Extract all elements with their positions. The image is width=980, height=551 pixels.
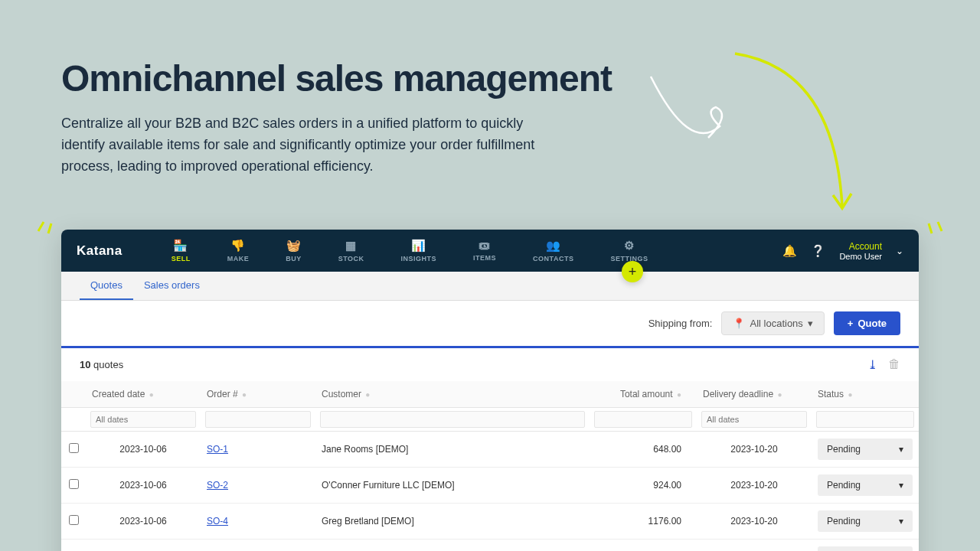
row-count: 10 quotes [80, 359, 123, 370]
shipping-label: Shipping from: [648, 318, 713, 329]
nav-make[interactable]: 👎MAKE [209, 233, 268, 269]
help-icon: ● [677, 390, 681, 399]
filter-order[interactable] [205, 411, 311, 428]
quote-button[interactable]: + Quote [834, 311, 900, 335]
stock-icon: ▦ [345, 239, 357, 253]
caret-down-icon: ▾ [899, 444, 903, 455]
plus-icon: + [848, 318, 854, 329]
col-order[interactable]: Order # ● [201, 381, 315, 408]
top-nav: Katana 🏪SELL👎MAKE🧺BUY▦STOCK📊INSIGHTS🎟ITE… [61, 230, 919, 272]
nav-contacts[interactable]: 👥CONTACTS [514, 233, 592, 269]
col-status[interactable]: Status ● [812, 381, 919, 408]
contacts-icon: 👥 [546, 239, 561, 253]
filter-deadline[interactable] [701, 411, 807, 428]
cell-amount: 924.00 [590, 468, 697, 504]
row-checkbox[interactable] [69, 515, 79, 525]
nav-label: MAKE [227, 255, 250, 262]
col-deadline[interactable]: Delivery deadline ● [697, 381, 812, 408]
account-label: Account [839, 241, 882, 252]
col-customer[interactable]: Customer ● [315, 381, 590, 408]
add-button[interactable]: + [622, 261, 643, 282]
nav-label: STOCK [338, 255, 364, 262]
location-selector[interactable]: 📍 All locations ▾ [721, 311, 824, 335]
order-link[interactable]: SO-1 [207, 444, 228, 455]
buy-icon: 🧺 [286, 239, 302, 253]
cell-date: 2023-10-06 [86, 432, 201, 468]
accent-right [923, 214, 946, 237]
help-icon: ● [242, 390, 247, 399]
insights-icon: 📊 [411, 239, 426, 253]
toolbar: Shipping from: 📍 All locations ▾ + Quote [61, 301, 919, 346]
col-created-date[interactable]: Created date ● [86, 381, 201, 408]
nav-items[interactable]: 🎟ITEMS [455, 233, 514, 269]
table-row: 2023-10-06SO-1Jane Rooms [DEMO]648.00202… [61, 432, 919, 468]
order-link[interactable]: SO-4 [207, 516, 228, 527]
table-row: 2023-10-06SO-5Trey Dominick [DEMO]136.80… [61, 540, 919, 552]
help-icon: ● [365, 390, 370, 399]
cell-date: 2023-10-06 [86, 504, 201, 540]
hero-title: Omnichannel sales management [61, 57, 919, 99]
row-checkbox[interactable] [69, 443, 79, 453]
col-total[interactable]: Total amount ● [590, 381, 697, 408]
status-select[interactable]: Pending▾ [818, 546, 913, 551]
cell-deadline: 2023-10-20 [697, 540, 812, 552]
cell-customer: Trey Dominick [DEMO] [315, 540, 590, 552]
download-icon[interactable]: ⤓ [867, 357, 877, 372]
cell-deadline: 2023-10-20 [697, 468, 812, 504]
trash-icon[interactable]: 🗑 [888, 357, 900, 372]
nav-label: SELL [172, 255, 191, 262]
app-window: Katana 🏪SELL👎MAKE🧺BUY▦STOCK📊INSIGHTS🎟ITE… [61, 230, 919, 551]
status-select[interactable]: Pending▾ [818, 439, 913, 460]
help-icon[interactable]: ❔ [811, 244, 825, 258]
nav-stock[interactable]: ▦STOCK [320, 233, 383, 269]
filter-status[interactable] [816, 411, 914, 428]
help-icon: ● [848, 390, 852, 399]
tab-quotes[interactable]: Quotes [80, 272, 133, 300]
make-icon: 👎 [230, 239, 246, 253]
filter-customer[interactable] [320, 411, 585, 428]
row-checkbox[interactable] [69, 479, 79, 489]
cell-amount: 648.00 [590, 432, 697, 468]
settings-icon: ⚙ [624, 239, 635, 253]
nav-label: BUY [286, 255, 302, 262]
nav-buy[interactable]: 🧺BUY [267, 233, 320, 269]
status-select[interactable]: Pending▾ [818, 474, 913, 496]
quotes-table: Created date ● Order # ● Customer ● Tota… [61, 381, 919, 551]
pin-icon: 📍 [733, 318, 745, 329]
cell-amount: 1176.00 [590, 504, 697, 540]
cell-deadline: 2023-10-20 [697, 432, 812, 468]
nav-label: INSIGHTS [401, 255, 437, 262]
status-select[interactable]: Pending▾ [818, 510, 913, 532]
nav-insights[interactable]: 📊INSIGHTS [383, 233, 456, 269]
table-row: 2023-10-06SO-4Greg Bretland [DEMO]1176.0… [61, 504, 919, 540]
cell-customer: Greg Bretland [DEMO] [315, 504, 590, 540]
nav-sell[interactable]: 🏪SELL [153, 233, 209, 269]
bell-icon[interactable]: 🔔 [782, 244, 797, 258]
cell-date: 2023-10-06 [86, 468, 201, 504]
help-icon: ● [777, 390, 782, 399]
tabs: QuotesSales orders [61, 272, 919, 301]
cell-deadline: 2023-10-20 [697, 504, 812, 540]
caret-down-icon: ▾ [808, 318, 813, 329]
cell-date: 2023-10-06 [86, 540, 201, 552]
items-icon: 🎟 [479, 239, 491, 252]
nav-label: ITEMS [473, 254, 496, 262]
accent-left [34, 214, 57, 237]
hero-subtitle: Centralize all your B2B and B2C sales or… [61, 113, 551, 178]
filter-amount[interactable] [594, 411, 692, 428]
caret-down-icon: ▾ [899, 516, 903, 527]
filter-created-date[interactable] [90, 411, 196, 428]
caret-down-icon: ▾ [899, 480, 903, 491]
sell-icon: 🏪 [173, 239, 188, 253]
table-row: 2023-10-06SO-2O'Conner Furniture LLC [DE… [61, 468, 919, 504]
account-menu[interactable]: Account Demo User [839, 241, 882, 261]
order-link[interactable]: SO-2 [207, 480, 228, 491]
logo: Katana [77, 243, 122, 259]
cell-customer: O'Conner Furniture LLC [DEMO] [315, 468, 590, 504]
chevron-down-icon[interactable]: ⌄ [896, 246, 903, 256]
cell-customer: Jane Rooms [DEMO] [315, 432, 590, 468]
account-user: Demo User [839, 252, 882, 261]
nav-label: CONTACTS [533, 255, 573, 262]
cell-amount: 136.80 [590, 540, 697, 552]
tab-sales-orders[interactable]: Sales orders [133, 272, 211, 300]
